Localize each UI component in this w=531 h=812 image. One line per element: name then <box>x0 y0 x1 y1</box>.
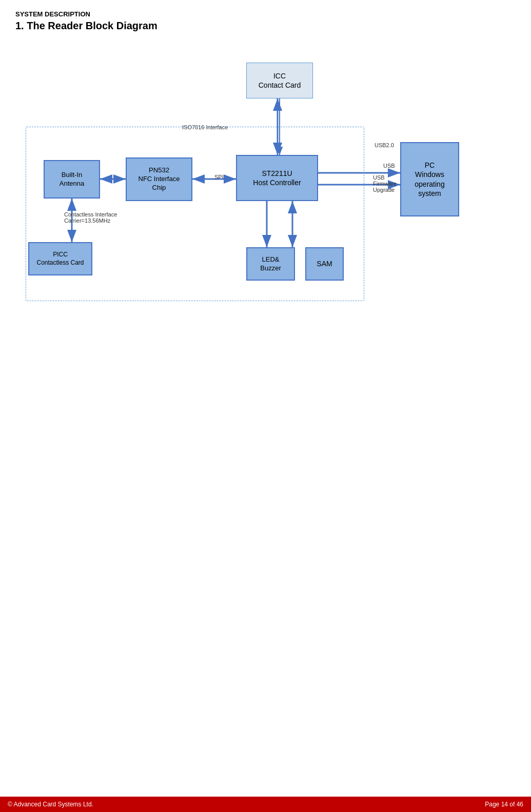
section-title: SYSTEM DESCRIPTION <box>15 10 516 18</box>
picc-block: PICC Contactless Card <box>28 242 92 275</box>
diagram-area: ICC Contact Card ISO7816 Interface ST221… <box>15 47 516 314</box>
usb20-label: USB2.0 <box>375 142 394 148</box>
footer: © Advanced Card Systems Ltd. Page 14 of … <box>0 797 531 812</box>
footer-left: © Advanced Card Systems Ltd. <box>8 801 93 808</box>
usb-label: USB <box>383 163 395 169</box>
antenna-block: Built-In Antenna <box>44 160 100 199</box>
footer-right: Page 14 of 46 <box>485 801 523 808</box>
sam-block: SAM <box>305 247 344 281</box>
usb-fw-label: USB Firmware Upgrade <box>373 174 397 193</box>
contactless-label: Contactless Interface Carrier=13.56MHz <box>64 211 117 224</box>
pc-block: PC Windows operating system <box>400 142 459 216</box>
st2211-block: ST2211U Host Controller <box>236 155 318 201</box>
diagram-title: 1. The Reader Block Diagram <box>15 20 516 32</box>
spi-label: SPI <box>214 174 224 180</box>
led-block: LED& Buzzer <box>246 247 295 281</box>
pn532-block: PN532 NFC Interface Chip <box>126 157 192 201</box>
icc-block: ICC Contact Card <box>246 63 313 98</box>
